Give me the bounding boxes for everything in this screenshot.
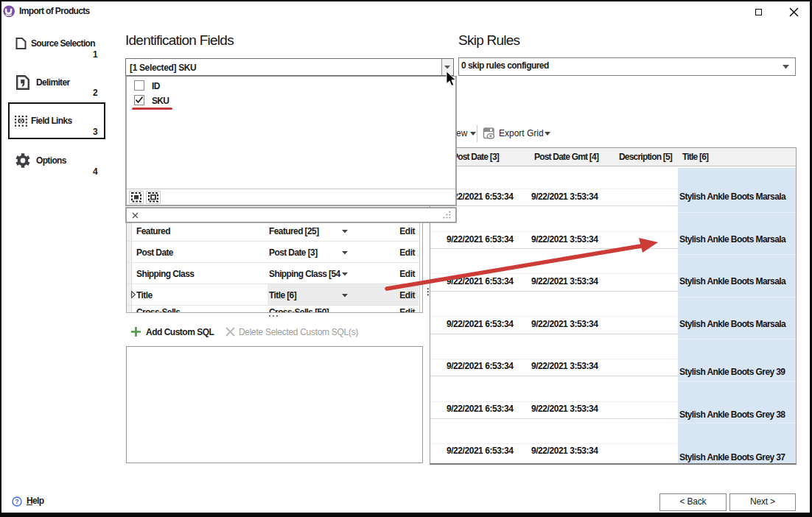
- svg-text:?: ?: [15, 498, 19, 505]
